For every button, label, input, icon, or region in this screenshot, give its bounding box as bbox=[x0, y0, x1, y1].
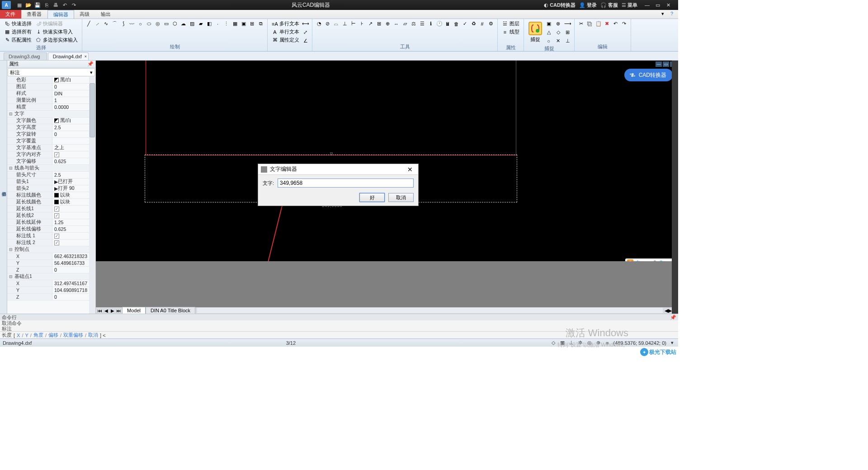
cmd-opt-angle[interactable]: 角度 bbox=[33, 332, 43, 338]
doctab-1[interactable]: Drawing3.dwg bbox=[4, 52, 47, 60]
fill-icon[interactable]: ▰ bbox=[197, 20, 204, 28]
hscroll-right-icon[interactable]: ▶ bbox=[668, 308, 672, 314]
snap-quad-icon[interactable]: ◇ bbox=[554, 28, 562, 36]
arc-icon[interactable]: ⌒ bbox=[111, 20, 118, 28]
help-icon[interactable]: ? bbox=[668, 10, 675, 17]
ribbon-collapse-icon[interactable]: ▾ bbox=[659, 10, 666, 17]
dim-angular-icon[interactable]: ∠ bbox=[302, 37, 309, 45]
text-value-input[interactable] bbox=[278, 179, 414, 188]
hatch-icon[interactable]: ▨ bbox=[188, 20, 196, 28]
property-scrollbar[interactable] bbox=[89, 77, 95, 314]
minimize-button[interactable]: — bbox=[645, 2, 654, 8]
status-dropdown-icon[interactable]: ▾ bbox=[669, 340, 675, 346]
category-ctrl[interactable]: 控制点 bbox=[7, 246, 95, 253]
purge-icon[interactable]: 🗑 bbox=[453, 20, 460, 28]
select-all-button[interactable]: ▦选择所有 bbox=[3, 28, 33, 36]
tab-first-icon[interactable]: ⏮ bbox=[97, 308, 103, 313]
units-icon[interactable]: # bbox=[478, 20, 486, 28]
cmd-opt-cancel[interactable]: 取消 bbox=[88, 332, 98, 338]
dim-baseline-icon[interactable]: ⊦ bbox=[358, 20, 366, 28]
login-link[interactable]: 👤 登录 bbox=[579, 2, 597, 9]
snap-int-icon[interactable]: ✕ bbox=[554, 37, 562, 45]
freehand-icon[interactable]: ∿ bbox=[102, 20, 110, 28]
revcloud-icon[interactable]: ☁ bbox=[179, 20, 187, 28]
hscroll-track[interactable] bbox=[197, 308, 663, 313]
cmd-opt-offset[interactable]: 偏移 bbox=[48, 332, 58, 338]
leader-icon[interactable]: ↗ bbox=[367, 20, 374, 28]
audit-icon[interactable]: ✓ bbox=[461, 20, 469, 28]
recover-icon[interactable]: ♻ bbox=[470, 20, 477, 28]
match-prop-button[interactable]: ✎匹配属性 bbox=[3, 36, 33, 44]
cmd-pin-icon[interactable]: 📌 bbox=[670, 315, 676, 320]
tab-output[interactable]: 输出 bbox=[95, 10, 117, 19]
paste-icon[interactable]: 📋 bbox=[594, 20, 602, 28]
side-tab-strip[interactable]: 资源中心 bbox=[0, 61, 7, 314]
dist-icon[interactable]: ↔ bbox=[392, 20, 400, 28]
gradient-icon[interactable]: ◧ bbox=[205, 20, 213, 28]
polygon-draw-icon[interactable]: ⬡ bbox=[171, 20, 179, 28]
layout-tab[interactable]: DIN A0 Title Block bbox=[146, 307, 195, 314]
tab-viewer[interactable]: 查看器 bbox=[21, 10, 47, 19]
edit-undo-icon[interactable]: ↶ bbox=[612, 20, 619, 28]
erase-icon[interactable]: ✖ bbox=[603, 20, 611, 28]
quick-select-button[interactable]: ⮱快速选择 bbox=[3, 20, 33, 28]
point-icon[interactable]: · bbox=[214, 20, 222, 28]
cad-converter-link[interactable]: ◐ CAD转换器 bbox=[544, 2, 576, 9]
tab-prev-icon[interactable]: ◀ bbox=[103, 308, 109, 313]
drawing-canvas[interactable]: — ▭ ✕ ▽ 349,9658 CAD转换器 S 中 •, 🎤 👕 ⊞ 文字编… bbox=[96, 61, 678, 314]
snap-ins-icon[interactable]: ⊞ bbox=[564, 28, 571, 36]
hscroll-left-icon[interactable]: ◀ bbox=[665, 308, 668, 314]
options-icon[interactable]: ⚙ bbox=[487, 20, 495, 28]
status-lwt-icon[interactable]: ≡ bbox=[604, 340, 611, 346]
canvas-max-icon[interactable]: ▭ bbox=[663, 61, 669, 67]
cmd-opt-doffset[interactable]: 双重偏移 bbox=[63, 332, 83, 338]
canvas-min-icon[interactable]: — bbox=[656, 61, 662, 67]
snap-end-icon[interactable]: ▣ bbox=[545, 20, 552, 28]
quick-editor-button[interactable]: ⮰快编辑器 bbox=[34, 20, 79, 28]
dim-aligned-icon[interactable]: ⤢ bbox=[302, 28, 309, 36]
category-text[interactable]: 文字 bbox=[7, 111, 95, 117]
list-icon[interactable]: ☰ bbox=[418, 20, 426, 28]
cut-icon[interactable]: ✂ bbox=[577, 20, 585, 28]
status-osnap-icon[interactable]: ◎ bbox=[586, 340, 593, 346]
snap-ext-icon[interactable]: ⟶ bbox=[564, 20, 571, 28]
ellipse-icon[interactable]: ⬭ bbox=[145, 20, 153, 28]
property-type-combo[interactable]: 标注▾ bbox=[8, 68, 95, 76]
ok-button[interactable]: 好 bbox=[359, 193, 385, 202]
menu-link[interactable]: ☰ 菜单 bbox=[622, 2, 637, 9]
maximize-button[interactable]: ▭ bbox=[656, 2, 665, 8]
line-icon[interactable]: ╱ bbox=[85, 20, 93, 28]
massprop-icon[interactable]: ⚖ bbox=[410, 20, 417, 28]
edit-redo-icon[interactable]: ↷ bbox=[620, 20, 628, 28]
table-draw-icon[interactable]: ▦ bbox=[231, 20, 239, 28]
xref-icon[interactable]: ⧉ bbox=[257, 20, 264, 28]
status-grid-icon[interactable]: ▦ bbox=[559, 340, 566, 346]
model-tab[interactable]: Model bbox=[122, 307, 146, 314]
service-link[interactable]: 🎧 客服 bbox=[600, 2, 618, 9]
snap-cen-icon[interactable]: ○ bbox=[545, 37, 552, 45]
tab-next-icon[interactable]: ▶ bbox=[109, 308, 116, 313]
dim-linear-icon[interactable]: ⟷ bbox=[302, 20, 309, 28]
dialog-titlebar[interactable]: 文字编辑器 ✕ bbox=[258, 164, 418, 175]
rect-icon[interactable]: ▭ bbox=[162, 20, 170, 28]
category-base[interactable]: 基础点1 bbox=[7, 273, 95, 280]
copy-icon[interactable]: ⿻ bbox=[586, 20, 594, 28]
divide-icon[interactable]: ⋮ bbox=[222, 20, 230, 28]
status-snap-icon[interactable]: ◇ bbox=[550, 340, 557, 346]
tab-last-icon[interactable]: ⏭ bbox=[116, 308, 122, 313]
cancel-button[interactable]: 取消 bbox=[388, 193, 414, 202]
id-icon[interactable]: ℹ bbox=[427, 20, 434, 28]
block-icon[interactable]: ▣ bbox=[240, 20, 247, 28]
close-button[interactable]: ✕ bbox=[666, 2, 675, 8]
status-ortho-icon[interactable]: ⊥ bbox=[568, 340, 575, 346]
entity-import-button[interactable]: ⤓快速实体导入 bbox=[34, 28, 79, 36]
poly-entity-button[interactable]: ⬠多边形实体输入 bbox=[34, 36, 79, 44]
spline-icon[interactable]: 〰 bbox=[128, 20, 136, 28]
time-icon[interactable]: 🕐 bbox=[435, 20, 443, 28]
circle-icon[interactable]: ○ bbox=[137, 20, 144, 28]
redo-icon[interactable]: ↷ bbox=[70, 1, 78, 9]
saveall-icon[interactable]: ⎘ bbox=[42, 1, 51, 9]
command-input[interactable]: 长度 [ X/ Y/ 角度/ 偏移/ 双重偏移/ 取消 ] < bbox=[0, 331, 678, 338]
area-icon[interactable]: ▱ bbox=[401, 20, 409, 28]
status-otrack-icon[interactable]: ⊕ bbox=[595, 340, 602, 346]
